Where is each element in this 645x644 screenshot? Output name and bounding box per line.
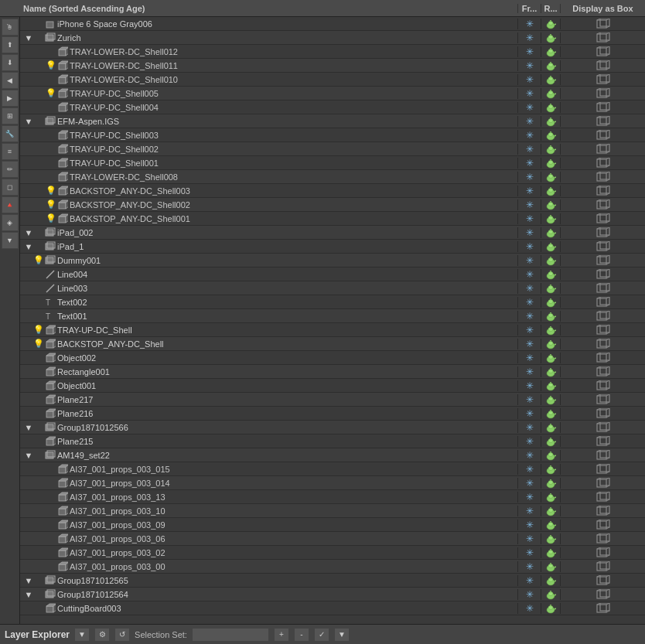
bulb-icon[interactable] [34,19,43,29]
table-row[interactable]: Plane215✳ [20,434,645,448]
display-cell[interactable] [560,144,645,155]
display-cell[interactable] [560,603,645,614]
render-cell[interactable] [541,589,560,600]
render-cell[interactable] [541,311,560,322]
expand-icon[interactable] [37,493,45,501]
toolbar-btn-7[interactable]: ≡ [2,143,19,160]
display-cell[interactable] [560,283,645,294]
sel-btn-3[interactable]: ✓ [314,628,329,642]
bulb-icon[interactable]: 💡 [34,325,43,335]
expand-icon[interactable] [25,438,32,445]
freeze-cell[interactable]: ✳ [517,533,541,544]
freeze-cell[interactable]: ✳ [517,297,541,308]
display-cell[interactable] [560,60,645,71]
freeze-cell[interactable]: ✳ [517,255,541,266]
table-row[interactable]: AI37_001_props_003_00✳ [20,560,645,574]
bulb-icon[interactable] [46,492,56,502]
table-row[interactable]: Line003✳ [20,281,645,295]
render-cell[interactable] [541,422,560,433]
expand-icon[interactable] [37,535,45,543]
bulb-icon[interactable]: 💡 [46,186,56,196]
display-cell[interactable] [560,186,645,196]
expand-icon[interactable] [25,271,32,278]
render-cell[interactable] [541,199,560,210]
bulb-icon[interactable]: 💡 [46,61,56,70]
expand-icon[interactable]: ▼ [25,118,32,125]
display-cell[interactable] [560,478,645,489]
expand-icon[interactable] [37,479,45,487]
display-cell[interactable] [560,172,645,182]
expand-icon[interactable] [37,215,45,223]
render-cell[interactable] [541,547,560,558]
render-cell[interactable] [541,74,560,85]
render-cell[interactable] [541,102,560,113]
render-cell[interactable] [541,325,560,336]
render-cell[interactable] [541,32,560,43]
table-row[interactable]: TRAY-LOWER-DC_Shell012✳ [20,45,645,59]
bulb-icon[interactable] [34,298,43,307]
expand-icon[interactable] [25,396,32,404]
expand-icon[interactable] [37,549,45,557]
expand-icon[interactable] [37,465,45,473]
table-row[interactable]: ▼ Group1871012565✳ [20,574,645,588]
freeze-cell[interactable]: ✳ [517,130,541,141]
render-cell[interactable] [541,116,560,127]
render-cell[interactable] [541,436,560,447]
freeze-cell[interactable]: ✳ [517,74,541,85]
table-row[interactable]: ▼ Group1871012566✳ [20,421,645,434]
render-cell[interactable] [541,172,560,182]
table-row[interactable]: AI37_001_props_003_10✳ [20,504,645,518]
sel-btn-2[interactable]: - [294,628,309,642]
display-cell[interactable] [560,547,645,558]
expand-icon[interactable] [25,368,32,376]
bulb-icon[interactable]: 💡 [46,89,56,98]
bulb-icon[interactable] [34,312,43,321]
render-cell[interactable] [541,269,560,280]
toolbar-btn-3[interactable]: ◀ [2,72,19,89]
expand-icon[interactable] [37,201,45,209]
display-cell[interactable] [560,74,645,85]
table-row[interactable]: CuttingBoard003✳ [20,601,645,615]
toolbar-btn-1[interactable]: ⬆ [2,36,19,53]
toolbar-btn-4[interactable]: ▶ [2,90,19,107]
bulb-icon[interactable]: 💡 [46,200,56,210]
freeze-cell[interactable]: ✳ [517,116,541,127]
freeze-cell[interactable]: ✳ [517,380,541,391]
table-row[interactable]: 💡TRAY-UP-DC_Shell✳ [20,323,645,337]
freeze-cell[interactable]: ✳ [517,227,541,238]
render-cell[interactable] [541,130,560,141]
toolbar-btn-8[interactable]: ✏ [2,161,19,178]
freeze-cell[interactable]: ✳ [517,213,541,224]
table-row[interactable]: ▼ Zurich✳ [20,31,645,45]
display-cell[interactable] [560,130,645,141]
expand-icon[interactable] [25,298,32,306]
table-row[interactable]: TRAY-UP-DC_Shell004✳ [20,101,645,114]
freeze-cell[interactable]: ✳ [517,436,541,447]
freeze-cell[interactable]: ✳ [517,450,541,461]
display-cell[interactable] [560,422,645,433]
bulb-icon[interactable] [34,228,43,237]
expand-icon[interactable]: ▼ [25,34,32,42]
render-cell[interactable] [541,561,560,572]
freeze-cell[interactable]: ✳ [517,520,541,530]
display-cell[interactable] [560,46,645,57]
display-cell[interactable] [560,436,645,447]
display-cell[interactable] [560,561,645,572]
expand-icon[interactable] [37,62,45,70]
freeze-cell[interactable]: ✳ [517,172,541,182]
bulb-icon[interactable] [34,395,43,404]
freeze-cell[interactable]: ✳ [517,199,541,210]
render-cell[interactable] [541,380,560,391]
bulb-icon[interactable]: 💡 [46,214,56,223]
freeze-cell[interactable]: ✳ [517,561,541,572]
bulb-icon[interactable] [46,534,56,543]
display-cell[interactable] [560,297,645,308]
render-cell[interactable] [541,46,560,57]
freeze-cell[interactable]: ✳ [517,19,541,29]
freeze-cell[interactable]: ✳ [517,269,541,280]
table-row[interactable]: AI37_001_props_003_02✳ [20,546,645,560]
expand-icon[interactable] [25,410,32,417]
display-cell[interactable] [560,255,645,266]
expand-icon[interactable] [25,285,32,292]
freeze-cell[interactable]: ✳ [517,464,541,475]
